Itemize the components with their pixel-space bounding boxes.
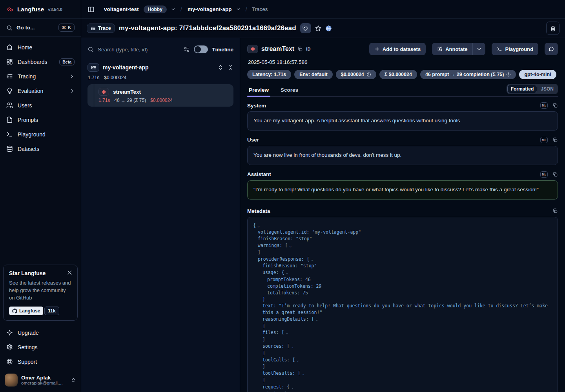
breadcrumb-org[interactable]: voltagent-test — [104, 6, 139, 12]
collapse-caret-icon[interactable]: ⌄ — [286, 270, 288, 275]
observation-id-label[interactable]: ID — [306, 47, 311, 51]
expand-all-icon[interactable] — [218, 65, 223, 70]
metadata-line: toolResults: [⌄ — [253, 370, 552, 377]
copy-icon[interactable] — [552, 208, 558, 214]
collapse-caret-icon[interactable]: ⌄ — [289, 243, 292, 248]
observation-detail-panel: streamText ID Add to datasets Annotate — [240, 38, 565, 392]
playground-button[interactable]: Playground — [492, 43, 538, 55]
collapse-caret-icon[interactable]: ⌄ — [286, 330, 288, 335]
metadata-line: {⌄ — [253, 222, 552, 229]
collapse-caret-icon[interactable]: ⌄ — [311, 257, 313, 261]
format-formatted[interactable]: Formatted — [507, 85, 538, 93]
chevrons-up-down-icon — [71, 377, 76, 383]
public-globe-icon[interactable] — [325, 25, 332, 32]
metadata-line: providerResponse: {⌄ — [253, 256, 552, 263]
sidebar-item-label: Settings — [18, 344, 75, 350]
add-to-datasets-button[interactable]: Add to datasets — [369, 43, 426, 55]
sidebar-item-evaluation[interactable]: Evaluation — [2, 83, 79, 98]
sidebar-item-tracing[interactable]: Tracing — [2, 69, 79, 83]
github-button-label: Langfuse — [19, 308, 40, 314]
github-star-button[interactable]: Langfuse — [9, 307, 43, 315]
annotate-label: Annotate — [445, 46, 467, 52]
collapse-caret-icon[interactable]: ⌄ — [257, 223, 260, 228]
metadata-line: promptTokens: 46 — [253, 276, 552, 283]
sidebar-item-upgrade[interactable]: Upgrade — [2, 325, 79, 340]
collapse-caret-icon[interactable]: ⌄ — [302, 371, 304, 376]
sidebar-item-playground[interactable]: Playground — [2, 127, 79, 142]
sidebar-item-prompts[interactable]: Prompts — [2, 113, 79, 127]
sidebar-item-home[interactable]: Home — [2, 40, 79, 54]
user-meta: Omer Aplak omeraplak@gmail.... — [21, 375, 67, 385]
chevron-down-icon[interactable] — [236, 7, 241, 12]
annotate-dropdown-button[interactable] — [472, 43, 485, 55]
chevron-down-icon[interactable] — [171, 7, 176, 12]
plan-badge[interactable]: Hobby — [144, 5, 167, 13]
collapse-caret-icon[interactable]: ⌄ — [291, 385, 293, 389]
comments-button[interactable] — [545, 43, 558, 55]
timeline-toggle[interactable] — [194, 45, 208, 53]
observation-node-streamtext[interactable]: streamText 1.71s 46 → 29 (Σ 75) $0.00002… — [87, 84, 233, 107]
section-metadata: Metadata {⌄voltagent.agent.id: "my-volta… — [247, 208, 558, 392]
sidebar-footer-nav: Upgrade Settings Support — [0, 324, 81, 370]
observation-label: streamText — [113, 89, 141, 95]
sidebar-toggle-icon[interactable] — [87, 6, 95, 13]
annotate-button[interactable]: Annotate — [432, 43, 472, 55]
star-icon[interactable] — [315, 25, 321, 31]
copy-icon[interactable] — [552, 172, 558, 177]
search-input[interactable] — [98, 47, 180, 53]
github-star-count[interactable]: 11k — [44, 307, 59, 315]
github-icon — [12, 309, 17, 314]
sidebar-nav: Home Dashboards Beta Tracing Evaluation … — [0, 37, 81, 156]
avatar — [5, 374, 18, 387]
home-icon — [6, 44, 13, 51]
sidebar-item-users[interactable]: Users — [2, 98, 79, 113]
metadata-line: body: {⌄ — [253, 391, 552, 392]
user-email: omeraplak@gmail.... — [21, 381, 67, 385]
tag-button[interactable] — [300, 23, 311, 33]
cost-badge[interactable]: $0.000024 — [336, 70, 376, 79]
topbar: voltagent-test Hobby / my-voltagent-app … — [81, 0, 565, 19]
breadcrumb-divider: / — [180, 6, 182, 13]
copy-icon[interactable] — [552, 137, 558, 143]
sidebar-item-label: Prompts — [18, 117, 75, 123]
model-badge[interactable]: gpt-4o-mini — [519, 70, 556, 79]
copy-icon[interactable] — [552, 103, 558, 108]
metadata-line: warnings: [⌄ — [253, 242, 552, 249]
markdown-toggle-icon[interactable]: M↓ — [540, 102, 548, 109]
search-icon — [6, 25, 13, 31]
markdown-toggle-icon[interactable]: M↓ — [540, 137, 548, 143]
goto-row[interactable]: Go to... ⌘ K — [0, 19, 81, 37]
app-version: v3.54.0 — [48, 7, 62, 12]
terminal-icon — [6, 131, 13, 138]
sidebar-item-dashboards[interactable]: Dashboards Beta — [2, 54, 79, 69]
sidebar-item-settings[interactable]: Settings — [2, 340, 79, 354]
user-menu[interactable]: Omer Aplak omeraplak@gmail.... — [0, 370, 81, 392]
sidebar-item-datasets[interactable]: Datasets — [2, 142, 79, 156]
tree-search-row: Timeline — [87, 44, 233, 55]
breadcrumb-project[interactable]: my-voltagent-app — [188, 6, 232, 12]
breadcrumb-section[interactable]: Traces — [252, 6, 268, 12]
sidebar-item-label: Support — [18, 359, 75, 365]
markdown-toggle-icon[interactable]: M↓ — [540, 171, 548, 178]
trace-tree-node[interactable]: my-voltagent-app — [87, 62, 233, 73]
collapse-all-icon[interactable] — [228, 65, 233, 70]
trace-title: my-voltagent-app: 7f71abbdcef2aa580291a1… — [119, 24, 296, 32]
view-settings-icon[interactable] — [184, 46, 190, 53]
metadata-line: ] — [253, 363, 552, 370]
delete-trace-button[interactable] — [546, 22, 560, 35]
metadata-title: Metadata — [247, 208, 552, 214]
close-icon[interactable] — [67, 270, 73, 276]
format-json[interactable]: JSON — [537, 85, 557, 93]
format-toggle-group: Formatted JSON — [507, 84, 558, 94]
collapse-caret-icon[interactable]: ⌄ — [316, 317, 318, 321]
metadata-line: toolCalls: [⌄ — [253, 357, 552, 364]
tab-scores[interactable]: Scores — [279, 85, 300, 96]
lightbulb-icon — [6, 87, 13, 94]
tab-preview[interactable]: Preview — [247, 85, 270, 96]
sidebar-item-support[interactable]: Support — [2, 354, 79, 369]
tokens-badge[interactable]: 46 prompt → 29 completion (Σ 75) — [420, 70, 516, 79]
collapse-caret-icon[interactable]: ⌄ — [291, 344, 293, 348]
copy-icon[interactable] — [297, 46, 303, 52]
collapse-caret-icon[interactable]: ⌄ — [297, 358, 299, 362]
generation-icon-badge — [247, 45, 258, 53]
